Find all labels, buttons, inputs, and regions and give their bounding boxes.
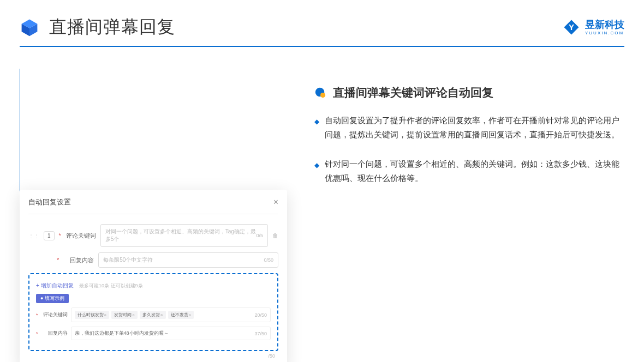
content-counter: 0/50 [264,257,273,263]
keyword-tag[interactable]: 还不发货× [168,311,194,319]
rule-number: 1 [44,231,55,240]
example-content-counter: 37/50 [254,331,267,336]
keyword-tag[interactable]: 多久发货× [140,311,166,319]
example-keyword-label: 评论关键词 [41,311,68,318]
required-star: * [59,232,61,239]
content-label: 回复内容 [63,256,94,264]
example-content-label: 回复内容 [41,330,68,337]
add-auto-reply-link[interactable]: + 增加自动回复 [36,282,74,288]
brand-logo: Y 昱新科技 YUUXIN.COM [563,19,624,35]
section-title: 直播间弹幕关键词评论自动回复 [333,85,493,100]
diamond-icon: ◆ [314,116,319,142]
brand-sub: YUUXIN.COM [585,31,624,35]
add-hint: 最多可建10条 还可以创建9条 [79,283,143,288]
keyword-placeholder: 对同一个问题，可设置多个相近、高频的关键词，Tag确定，最多5个 [105,228,257,243]
bullet-text: 自动回复设置为了提升作者的评论回复效率，作者可在开播前针对常见的评论用户问题，提… [325,113,624,142]
example-kw-counter: 20/50 [254,312,267,318]
keyword-counter: 0/5 [256,233,263,238]
page-title: 直播间弹幕回复 [49,15,175,39]
example-content-text: 亲，我们这边都是下单48小时内发货的喔～ [75,330,169,337]
auto-reply-settings-modal: 自动回复设置 × ⋮⋮ 1 * 评论关键词 对同一个问题，可设置多个相近、高频的… [20,190,287,362]
required-star: * [57,257,59,263]
keyword-tag[interactable]: 什么时候发货× [75,311,110,319]
bullet-item: ◆ 自动回复设置为了提升作者的评论回复效率，作者可在开播前针对常见的评论用户问题… [314,113,624,142]
required-star: * [36,331,38,336]
bullet-item: ◆ 针对同一个问题，可设置多个相近的、高频的关键词。例如：这款多少钱、这块能优惠… [314,157,624,185]
section-bullet-icon [314,87,326,99]
content-placeholder: 每条限50个中文字符 [103,256,153,264]
example-content-input[interactable]: 亲，我们这边都是下单48小时内发货的喔～ 37/50 [71,327,271,340]
diamond-icon: ◆ [314,160,319,185]
outer-counter: /50 [28,353,278,359]
svg-text:Y: Y [569,22,574,32]
bullet-text: 针对同一个问题，可设置多个相近的、高频的关键词。例如：这款多少钱、这块能优惠吗、… [325,157,624,185]
modal-title: 自动回复设置 [28,197,71,207]
example-highlight: + 增加自动回复 最多可建10条 还可以创建9条 ● 填写示例 * 评论关键词 … [28,273,278,351]
keyword-tag[interactable]: 发货时间× [111,311,138,319]
example-keyword-input[interactable]: 什么时候发货× 发货时间× 多久发货× 还不发货× 20/50 [71,307,271,322]
content-input[interactable]: 每条限50个中文字符 0/50 [98,252,278,268]
drag-handle-icon[interactable]: ⋮⋮ [28,233,39,239]
delete-icon[interactable]: 🗑 [272,232,278,239]
close-icon[interactable]: × [273,197,278,207]
keyword-input[interactable]: 对同一个问题，可设置多个相近、高频的关键词，Tag确定，最多5个 0/5 [100,224,268,247]
keyword-label: 评论关键词 [65,232,96,240]
cube-logo-icon [20,17,39,37]
example-badge: ● 填写示例 [36,294,69,303]
svg-point-6 [320,93,325,98]
brand-name: 昱新科技 [585,20,624,29]
required-star: * [36,312,38,318]
